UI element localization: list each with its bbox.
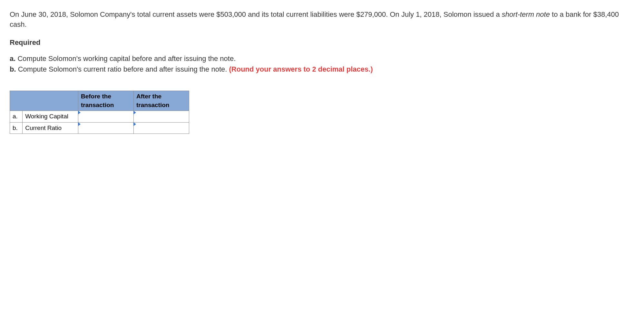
working-capital-before-input[interactable] xyxy=(78,111,134,123)
row-b-label: Current Ratio xyxy=(23,122,78,134)
input-marker-icon xyxy=(133,122,136,126)
req-b-hint: (Round your answers to 2 decimal places.… xyxy=(229,65,373,73)
req-a-text: Compute Solomon's working capital before… xyxy=(17,55,236,63)
row-a-label: Working Capital xyxy=(23,111,78,123)
current-ratio-after-input[interactable] xyxy=(134,122,189,134)
requirement-list: a. Compute Solomon's working capital bef… xyxy=(10,54,634,75)
header-before: Before the transaction xyxy=(78,91,134,111)
row-a-letter: a. xyxy=(10,111,23,123)
requirement-a: a. Compute Solomon's working capital bef… xyxy=(10,54,634,64)
problem-statement: On June 30, 2018, Solomon Company's tota… xyxy=(10,10,634,30)
input-marker-icon xyxy=(133,111,136,114)
problem-intro-part1: On June 30, 2018, Solomon Company's tota… xyxy=(10,10,502,18)
table-corner-cell xyxy=(10,91,78,111)
table-header-row: Before the transaction After the transac… xyxy=(10,91,189,111)
table-row: a. Working Capital xyxy=(10,111,189,123)
row-b-letter: b. xyxy=(10,122,23,134)
required-heading: Required xyxy=(10,38,634,48)
problem-intro-italic: short-term note xyxy=(502,10,550,18)
answer-table: Before the transaction After the transac… xyxy=(10,91,189,134)
current-ratio-before-input[interactable] xyxy=(78,122,134,134)
req-b-text: Compute Solomon's current ratio before a… xyxy=(18,65,229,73)
input-marker-icon xyxy=(78,122,81,126)
req-a-letter: a. xyxy=(10,55,15,63)
input-marker-icon xyxy=(78,111,81,114)
requirement-b: b. Compute Solomon's current ratio befor… xyxy=(10,65,634,75)
working-capital-after-input[interactable] xyxy=(134,111,189,123)
req-b-letter: b. xyxy=(10,65,16,73)
header-after: After the transaction xyxy=(134,91,189,111)
table-row: b. Current Ratio xyxy=(10,122,189,134)
